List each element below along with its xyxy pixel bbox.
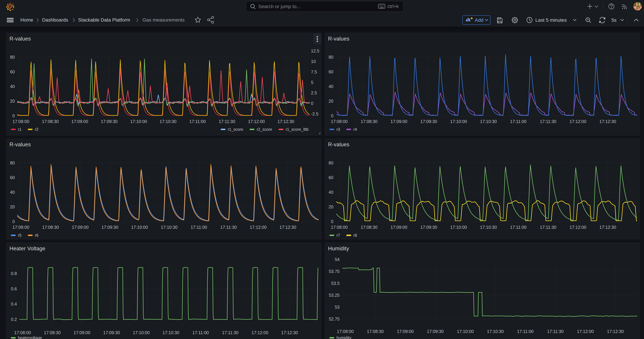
svg-text:17:12:30: 17:12:30	[280, 225, 296, 230]
svg-text:17:12:00: 17:12:00	[248, 119, 265, 124]
svg-text:17:09:00: 17:09:00	[397, 329, 414, 334]
svg-text:40: 40	[328, 190, 334, 194]
svg-text:r2: r2	[35, 127, 38, 132]
svg-text:17:12:00: 17:12:00	[577, 329, 594, 334]
svg-text:0: 0	[331, 219, 334, 224]
svg-text:60: 60	[328, 175, 334, 180]
svg-text:17:12:00: 17:12:00	[252, 330, 268, 335]
svg-text:17:09:00: 17:09:00	[72, 119, 88, 124]
svg-text:17:12:30: 17:12:30	[607, 329, 624, 334]
svg-text:17:12:00: 17:12:00	[570, 225, 586, 230]
svg-text:53.5: 53.5	[331, 281, 340, 286]
svg-text:17:08:00: 17:08:00	[337, 329, 354, 334]
svg-text:0.8: 0.8	[11, 271, 17, 276]
svg-text:0: 0	[12, 219, 15, 224]
svg-text:0.2: 0.2	[11, 317, 17, 322]
svg-text:7.5: 7.5	[311, 70, 317, 74]
svg-text:17:08:00: 17:08:00	[331, 225, 348, 230]
svg-text:17:09:30: 17:09:30	[103, 330, 120, 335]
svg-text:54: 54	[335, 257, 340, 262]
svg-text:Add: Add	[475, 18, 484, 23]
svg-text:0: 0	[331, 113, 334, 118]
svg-text:r5: r5	[18, 233, 22, 238]
svg-text:5s: 5s	[612, 18, 616, 23]
svg-text:60: 60	[10, 175, 15, 180]
svg-text:17:11:30: 17:11:30	[540, 225, 556, 230]
svg-text:17:10:30: 17:10:30	[480, 119, 497, 124]
svg-text:17:10:00: 17:10:00	[130, 119, 147, 124]
svg-text:20: 20	[328, 99, 334, 104]
svg-text:Gas measurements: Gas measurements	[142, 17, 184, 22]
svg-text:17:08:00: 17:08:00	[331, 119, 348, 124]
svg-text:Search or jump to...: Search or jump to...	[258, 4, 300, 9]
svg-text:17:11:00: 17:11:00	[510, 225, 526, 230]
svg-text:2.5: 2.5	[311, 90, 317, 95]
svg-text:20: 20	[328, 204, 334, 209]
svg-text:17:10:00: 17:10:00	[450, 119, 467, 124]
svg-text:17:11:00: 17:11:00	[192, 330, 209, 335]
svg-text:17:10:00: 17:10:00	[457, 329, 474, 334]
svg-text:17:09:00: 17:09:00	[74, 330, 90, 335]
svg-text:17:10:00: 17:10:00	[133, 330, 150, 335]
svg-text:17:09:30: 17:09:30	[427, 329, 444, 334]
svg-text:Stackable Data Platform: Stackable Data Platform	[78, 17, 130, 22]
svg-text:Dashboards: Dashboards	[42, 17, 68, 22]
svg-text:0.4: 0.4	[11, 302, 17, 306]
svg-text:17:11:30: 17:11:30	[547, 329, 564, 334]
svg-text:r1: r1	[18, 127, 22, 132]
svg-text:17:09:00: 17:09:00	[72, 225, 88, 230]
svg-text:17:11:00: 17:11:00	[189, 119, 206, 124]
svg-text:53.25: 53.25	[329, 293, 340, 298]
svg-text:0: 0	[12, 113, 15, 118]
svg-text:17:08:30: 17:08:30	[367, 329, 384, 334]
svg-text:r3: r3	[336, 127, 340, 132]
svg-text:Last 5 minutes: Last 5 minutes	[535, 18, 567, 23]
svg-text:17:10:30: 17:10:30	[160, 119, 176, 124]
svg-text:0.6: 0.6	[11, 286, 17, 291]
svg-text:17:09:30: 17:09:30	[420, 119, 437, 124]
svg-text:12.5: 12.5	[311, 48, 320, 53]
svg-text:40: 40	[10, 190, 15, 194]
svg-text:-2.5: -2.5	[311, 112, 318, 116]
svg-text:17:08:00: 17:08:00	[14, 330, 31, 335]
svg-text:53.75: 53.75	[329, 269, 340, 274]
svg-text:r6: r6	[35, 233, 38, 238]
svg-text:17:12:00: 17:12:00	[570, 119, 586, 124]
svg-text:r8: r8	[354, 233, 357, 238]
svg-text:40: 40	[10, 84, 15, 89]
svg-text:17:10:30: 17:10:30	[487, 329, 504, 334]
svg-text:17:10:00: 17:10:00	[450, 225, 467, 230]
svg-text:heatervoltage: heatervoltage	[18, 336, 42, 339]
svg-text:r7: r7	[336, 233, 340, 238]
svg-text:17:11:30: 17:11:30	[540, 119, 556, 124]
svg-text:17:10:00: 17:10:00	[131, 225, 148, 230]
svg-text:20: 20	[10, 204, 15, 209]
svg-text:17:11:30: 17:11:30	[219, 119, 235, 124]
svg-text:r1_score_lttb: r1_score_lttb	[286, 127, 308, 132]
svg-text:80: 80	[328, 160, 334, 165]
svg-text:r2_score: r2_score	[257, 127, 272, 132]
svg-text:0: 0	[311, 101, 314, 106]
svg-text:17:08:30: 17:08:30	[42, 119, 59, 124]
svg-text:17:09:30: 17:09:30	[101, 119, 118, 124]
svg-text:17:12:00: 17:12:00	[250, 225, 266, 230]
svg-text:17:08:00: 17:08:00	[12, 225, 29, 230]
svg-text:80: 80	[10, 55, 15, 60]
svg-text:17:09:00: 17:09:00	[390, 225, 407, 230]
svg-text:17:12:30: 17:12:30	[599, 225, 616, 230]
svg-text:40: 40	[328, 84, 334, 89]
svg-text:5: 5	[311, 80, 314, 85]
svg-text:17:10:30: 17:10:30	[480, 225, 497, 230]
svg-text:60: 60	[10, 69, 15, 74]
svg-text:17:08:00: 17:08:00	[12, 119, 29, 124]
svg-text:10: 10	[311, 59, 316, 64]
svg-text:20: 20	[10, 99, 15, 104]
svg-text:humidity: humidity	[336, 336, 351, 339]
svg-text:17:10:30: 17:10:30	[161, 225, 178, 230]
svg-text:17:12:30: 17:12:30	[281, 330, 298, 335]
svg-text:17:08:30: 17:08:30	[361, 225, 377, 230]
svg-text:17:09:30: 17:09:30	[102, 225, 118, 230]
svg-text:17:09:00: 17:09:00	[390, 119, 407, 124]
svg-text:80: 80	[10, 160, 15, 165]
svg-text:17:11:00: 17:11:00	[190, 225, 207, 230]
